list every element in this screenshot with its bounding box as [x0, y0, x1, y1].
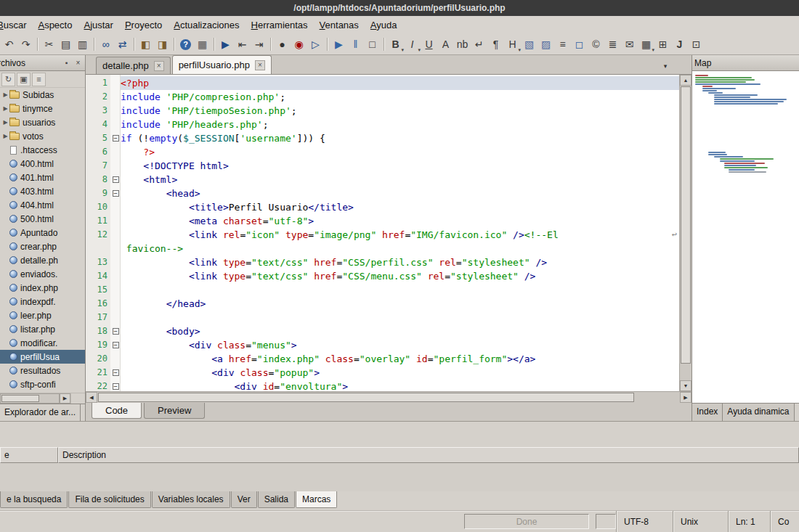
run-icon[interactable]: ▶	[217, 36, 234, 53]
line-number[interactable]: 2	[86, 90, 110, 104]
copy-icon[interactable]: ▤	[57, 36, 74, 53]
find-icon[interactable]: ∞	[97, 36, 114, 53]
pause-icon[interactable]: ‖	[347, 36, 364, 53]
image-icon[interactable]: ▧	[521, 36, 538, 53]
div-icon[interactable]: ⊡	[688, 36, 705, 53]
tab-e-la-busqueda[interactable]: e la busqueda	[0, 491, 68, 508]
line-number[interactable]: 17	[86, 311, 110, 324]
email-icon[interactable]: ✉	[621, 36, 638, 53]
minimap[interactable]	[692, 71, 799, 403]
frame-icon[interactable]: ⊞	[654, 36, 671, 53]
undo-icon[interactable]: ↶	[1, 36, 17, 53]
code-area[interactable]: 1<?php2include 'PHP/compresion.php';3inc…	[86, 75, 679, 391]
line-number[interactable]: 9	[86, 187, 110, 200]
fold-toggle-icon[interactable]: −	[113, 328, 119, 335]
line-number[interactable]: 13	[86, 255, 110, 269]
menu-proyecto[interactable]: Proyecto	[119, 17, 168, 33]
folder-item-votos[interactable]: ▶votos	[0, 129, 85, 143]
fold-toggle-icon[interactable]: −	[113, 190, 119, 197]
editor-vscrollbar[interactable]: ▲ ▼	[679, 75, 691, 391]
paragraph-icon[interactable]: ¶	[487, 36, 504, 53]
align-icon[interactable]: ≡	[554, 36, 571, 53]
line-number[interactable]: 8	[86, 173, 110, 187]
debug-run-icon[interactable]: ▶	[330, 36, 347, 53]
vscroll-track[interactable]	[680, 86, 691, 380]
file-item-404-html[interactable]: 404.html	[0, 198, 85, 212]
tab-perfilusuario-php[interactable]: perfilUsuario.php×	[172, 55, 272, 74]
scroll-left-arrow-icon[interactable]: ◀	[86, 392, 97, 403]
close-panel-icon[interactable]: ×	[73, 58, 83, 67]
results-list[interactable]	[0, 463, 799, 491]
italic-icon[interactable]: I▾	[404, 36, 421, 53]
line-number[interactable]	[86, 242, 110, 255]
tab-detalle-php[interactable]: detalle.php×	[96, 57, 171, 74]
file-item-sftp-confi[interactable]: sftp-confi	[0, 377, 85, 391]
preview-icon[interactable]: ▷	[307, 36, 324, 53]
file-item-listar-php[interactable]: listar.php	[0, 322, 85, 336]
menu-aspecto[interactable]: Aspecto	[32, 17, 78, 33]
list-icon[interactable]: ≣	[604, 36, 621, 53]
help-icon[interactable]: ?	[177, 36, 194, 53]
font-icon[interactable]: A	[437, 36, 454, 53]
line-number[interactable]: 10	[86, 200, 110, 214]
line-number[interactable]: 12	[86, 228, 110, 242]
line-number[interactable]: 7	[86, 159, 110, 173]
tab-ver[interactable]: Ver	[231, 491, 257, 508]
tab-ayuda-dinamica[interactable]: Ayuda dinamica	[723, 404, 794, 421]
find-replace-icon[interactable]: ⇄	[114, 36, 131, 53]
script-icon[interactable]: J	[671, 36, 688, 53]
line-number[interactable]: 3	[86, 104, 110, 118]
line-number[interactable]: 20	[86, 352, 110, 366]
nbsp-icon[interactable]: nb	[454, 36, 471, 53]
paste-icon[interactable]: ▥	[74, 36, 91, 53]
tree-view-icon[interactable]: ≡	[32, 73, 46, 86]
fold-toggle-icon[interactable]: −	[113, 383, 119, 390]
file-tree-hscrollbar[interactable]: ▶	[0, 393, 85, 404]
menu-buscar[interactable]: Buscar	[0, 17, 32, 33]
cut-icon[interactable]: ✂	[41, 36, 57, 53]
tab-salida[interactable]: Salida	[258, 491, 295, 508]
file-item-leer-php[interactable]: leer.php	[0, 308, 85, 322]
expander-icon[interactable]: ▶	[1, 105, 9, 112]
expander-icon[interactable]: ▶	[1, 119, 9, 126]
redo-icon[interactable]: ↷	[17, 36, 34, 53]
target-icon[interactable]: ◉	[291, 36, 307, 53]
menu-herramientas[interactable]: Herramientas	[246, 17, 314, 33]
editor-hscroll-thumb[interactable]	[98, 393, 634, 402]
bookmarks-icon[interactable]: ◧	[137, 36, 154, 53]
line-number[interactable]: 1	[86, 76, 110, 90]
file-item-400-html[interactable]: 400.html	[0, 157, 85, 171]
tab-index[interactable]: Index	[692, 404, 723, 421]
file-item-apuntado[interactable]: Apuntado	[0, 226, 85, 240]
tab-marcas[interactable]: Marcas	[296, 491, 337, 508]
stop-icon[interactable]: □	[364, 36, 381, 53]
line-number[interactable]: 11	[86, 214, 110, 228]
tab-variables-locales[interactable]: Variables locales	[152, 491, 230, 508]
line-number[interactable]: 5	[86, 131, 110, 145]
menu-ventanas[interactable]: Ventanas	[314, 17, 365, 33]
indent-icon[interactable]: ⇥	[251, 36, 267, 53]
close-tab-icon[interactable]: ×	[154, 61, 164, 71]
line-number[interactable]: 18	[86, 324, 110, 338]
unindent-icon[interactable]: ⇤	[234, 36, 251, 53]
line-number[interactable]: 14	[86, 269, 110, 283]
tab-list-icon[interactable]: ▾	[660, 60, 671, 71]
column-header-e[interactable]: e	[0, 447, 58, 463]
line-number[interactable]: 22	[86, 380, 110, 391]
folder-item-subidas[interactable]: ▶Subidas	[0, 88, 85, 102]
file-item-modificar[interactable]: modificar.	[0, 336, 85, 350]
refresh-icon[interactable]: ↻	[1, 73, 15, 86]
record-icon[interactable]: ●	[274, 36, 291, 53]
editor-hscroll-track[interactable]	[97, 392, 680, 403]
tab-fila-de-solicitudes[interactable]: Fila de solicitudes	[68, 491, 150, 508]
hscroll-track[interactable]	[0, 393, 60, 404]
line-number[interactable]: 6	[86, 145, 110, 159]
char-map-icon[interactable]: ▦	[194, 36, 211, 53]
expander-icon[interactable]: ▶	[1, 91, 9, 98]
file-item-indexpdf[interactable]: indexpdf.	[0, 295, 85, 308]
folder-item-tinymce[interactable]: ▶tinymce	[0, 102, 85, 115]
file-item-resultados[interactable]: resultados	[0, 364, 85, 377]
editor-hscrollbar[interactable]: ◀ ▶	[86, 391, 691, 403]
expander-icon[interactable]: ▶	[1, 133, 9, 139]
code-editor[interactable]: 1<?php2include 'PHP/compresion.php';3inc…	[86, 75, 691, 391]
